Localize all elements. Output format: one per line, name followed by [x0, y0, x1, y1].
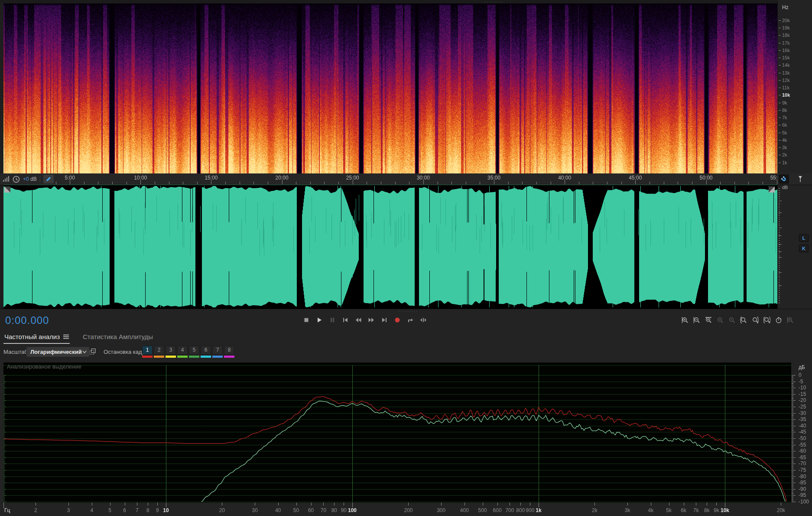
- snap-toggle-button[interactable]: [779, 174, 789, 184]
- frame-hold-button-2[interactable]: 2: [154, 346, 164, 358]
- time-ruler-label: 15:00: [201, 175, 221, 181]
- zoom-in-vertical-icon: [682, 317, 689, 323]
- chart-x-tick-label: 200: [395, 507, 421, 513]
- fade-in-handle[interactable]: [4, 186, 10, 193]
- skip-selection-button[interactable]: [418, 316, 429, 324]
- freq-scale-label: 3k: [782, 145, 787, 150]
- frame-hold-button-1[interactable]: 1: [142, 346, 153, 358]
- tab-frequency-analysis[interactable]: Частотный анализ: [3, 331, 70, 344]
- freq-scale-label: 1k: [782, 160, 787, 165]
- time-ruler-label: 35:00: [484, 175, 504, 181]
- chart-y-tick-label: -65: [799, 454, 806, 460]
- current-time-display[interactable]: 0:00.000: [5, 314, 49, 327]
- chart-y-unit-label: дБ: [799, 364, 805, 370]
- frame-hold-button-5[interactable]: 5: [189, 346, 199, 358]
- time-ruler[interactable]: 5:0010:0015:0020:0025:0030:0035:0040:004…: [55, 173, 778, 185]
- frame-hold-button-7[interactable]: 7: [212, 346, 223, 358]
- chart-y-tick-label: -40: [799, 423, 806, 429]
- chart-x-tick-label: 300: [428, 507, 454, 513]
- play-button[interactable]: [314, 316, 325, 324]
- zoom-out-horizontal-button[interactable]: [716, 316, 724, 324]
- marker-icon: [798, 176, 803, 183]
- pin-playhead-button[interactable]: [43, 175, 54, 183]
- zoom-out-vertical-button[interactable]: [692, 316, 701, 324]
- rewind-button[interactable]: [353, 316, 364, 324]
- clock-icon[interactable]: [13, 176, 20, 183]
- freq-scale-label: 20k: [782, 18, 790, 23]
- levels-meter-icon[interactable]: [3, 176, 10, 182]
- zoom-to-out-point-button[interactable]: [751, 316, 760, 324]
- analysis-controls: Масштаб: Логарифмический Остановка кадра…: [0, 345, 812, 360]
- skip-to-start-button[interactable]: [340, 316, 351, 324]
- frame-hold-button-6[interactable]: 6: [201, 346, 211, 358]
- stop-icon: [303, 317, 310, 323]
- freq-scale-label: 13k: [782, 70, 790, 75]
- chart-x-tick-label: 2k: [581, 507, 607, 513]
- pause-icon: [329, 317, 336, 323]
- scale-dropdown[interactable]: Логарифмический: [26, 346, 90, 357]
- loop-playback-icon: [407, 317, 414, 323]
- zoom-to-selection-icon: [763, 317, 770, 323]
- skip-to-end-button[interactable]: [379, 316, 390, 324]
- frame-hold-color-swatch: [224, 356, 234, 358]
- frame-hold-button-3[interactable]: 3: [166, 346, 176, 358]
- time-ruler-label: 20:00: [272, 175, 292, 181]
- chevron-down-icon: [82, 350, 87, 353]
- chart-y-tick-label: -55: [799, 442, 806, 448]
- tab-amplitude-statistics[interactable]: Статистика Амплитуды: [82, 331, 154, 343]
- zoom-full-button[interactable]: [786, 316, 795, 324]
- rewind-icon: [355, 317, 362, 323]
- loop-playback-button[interactable]: [405, 316, 416, 324]
- freq-scale-label: 6k: [782, 122, 787, 127]
- chart-y-tick-label: -30: [799, 410, 806, 416]
- drag-handle-icon[interactable]: ·········: [484, 0, 504, 3]
- skip-selection-icon: [420, 317, 427, 323]
- waveform-view[interactable]: [3, 185, 777, 309]
- zoom-in-horizontal-button[interactable]: [704, 316, 713, 324]
- frame-hold-color-swatch: [201, 356, 211, 358]
- spectrogram-view[interactable]: [3, 3, 777, 173]
- spectrogram-unit-label: Hz: [782, 4, 789, 10]
- record-icon: [394, 317, 401, 323]
- chart-x-tick-label: 20: [209, 507, 235, 513]
- frame-hold-number: 2: [154, 346, 164, 355]
- timeline-bar: +0 dB 5:0010:0015:0020:0025:0030:0035:00…: [0, 173, 812, 185]
- zoom-reset-button[interactable]: [728, 316, 736, 324]
- fade-out-handle[interactable]: [769, 186, 775, 193]
- db-offset-value: +0: [23, 176, 29, 182]
- stop-button[interactable]: [301, 316, 312, 324]
- time-ruler-label: 5:00: [60, 175, 80, 181]
- channel-button-k[interactable]: K: [799, 245, 809, 252]
- time-ruler-label: 55:00: [767, 175, 778, 181]
- audition-window: ········· Hz 20k19k18k17k16k15k14k13k12k…: [0, 0, 812, 516]
- top-drag-strip[interactable]: ·········: [0, 0, 812, 3]
- add-marker-button[interactable]: [796, 174, 804, 184]
- frequency-analysis-chart[interactable]: [3, 363, 812, 516]
- frame-hold-number: 5: [189, 346, 199, 355]
- freq-scale-label: 18k: [782, 33, 790, 38]
- db-offset-label[interactable]: +0 dB: [23, 176, 37, 182]
- divider: [40, 176, 40, 183]
- pause-button[interactable]: [327, 316, 338, 324]
- chart-x-tick-label: 10k: [712, 507, 738, 513]
- zoom-in-vertical-button[interactable]: [681, 316, 689, 324]
- freq-scale-label: 4k: [782, 137, 787, 143]
- zoom-to-selection-button[interactable]: [763, 316, 771, 324]
- fast-forward-button[interactable]: [366, 316, 377, 324]
- frame-hold-button-8[interactable]: 8: [224, 346, 234, 358]
- frame-hold-button-4[interactable]: 4: [177, 346, 188, 358]
- freq-scale-label: 2k: [782, 152, 787, 157]
- skip-to-start-icon: [342, 317, 349, 323]
- record-button[interactable]: [392, 316, 403, 324]
- channel-button-l[interactable]: L: [799, 234, 809, 242]
- transport-bar: ········· 0:00.000: [0, 309, 812, 331]
- drag-handle-icon[interactable]: ·········: [399, 310, 418, 313]
- panel-menu-icon[interactable]: [63, 334, 69, 339]
- zoom-out-horizontal-icon: [717, 317, 724, 323]
- zoom-full-icon: [787, 317, 794, 323]
- zoom-to-in-point-button[interactable]: [739, 316, 748, 324]
- time-ruler-label: 45:00: [625, 175, 645, 181]
- copy-graph-button[interactable]: [88, 347, 97, 356]
- zoom-timed-button[interactable]: [774, 316, 783, 324]
- scale-label: Масштаб:: [3, 349, 29, 355]
